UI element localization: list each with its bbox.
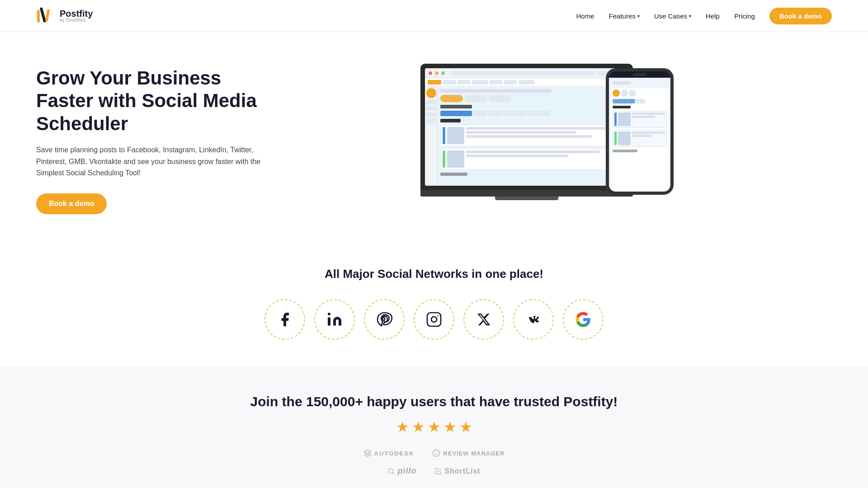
logo-brand: Postfity [60, 9, 93, 18]
star-4: ★ [443, 418, 457, 436]
star-rating: ★ ★ ★ ★ ★ [36, 418, 832, 436]
star-5: ★ [459, 418, 472, 436]
linkedin-icon[interactable] [314, 299, 355, 340]
nav-home[interactable]: Home [576, 12, 594, 20]
hero-image [262, 59, 832, 222]
pinterest-icon[interactable] [364, 299, 405, 340]
use-cases-chevron-icon: ▾ [689, 14, 691, 19]
hero-book-demo-button[interactable]: Book a demo [36, 193, 107, 214]
svg-rect-5 [427, 313, 441, 326]
trust-logos-row2: pillo ShortList [36, 466, 832, 476]
trust-logos-row1: AUTODESK REVIEW MANAGER [36, 449, 832, 457]
nav-book-demo-button[interactable]: Book a demo [769, 8, 832, 24]
svg-rect-0 [37, 10, 40, 23]
features-chevron-icon: ▾ [637, 14, 640, 19]
nav-help[interactable]: Help [706, 12, 720, 20]
navbar: Postfity by Simplified Home Features ▾ U… [0, 0, 868, 32]
svg-point-8 [433, 450, 440, 457]
trust-title: Join the 150,000+ happy users that have … [36, 394, 832, 409]
logo[interactable]: Postfity by Simplified [36, 6, 93, 25]
social-icons-list [36, 299, 832, 340]
star-2: ★ [412, 418, 425, 436]
pillo-logo: pillo [387, 466, 416, 476]
svg-marker-7 [364, 450, 371, 454]
trust-section: Join the 150,000+ happy users that have … [0, 367, 868, 488]
nav-pricing[interactable]: Pricing [734, 12, 755, 20]
nav-use-cases[interactable]: Use Cases ▾ [654, 12, 691, 20]
star-1: ★ [396, 418, 409, 436]
hero-section: Grow Your Business Faster with Social Me… [0, 32, 868, 240]
autodesk-logo: AUTODESK [363, 449, 415, 457]
hero-content: Grow Your Business Faster with Social Me… [36, 67, 262, 214]
nav-links: Home Features ▾ Use Cases ▾ Help Pricing… [576, 8, 832, 24]
social-section-title: All Major Social Networks in one place! [36, 267, 832, 281]
instagram-icon[interactable] [414, 299, 454, 340]
logo-sub: by Simplified [60, 18, 93, 23]
vk-icon[interactable] [513, 299, 554, 340]
svg-line-12 [392, 473, 394, 474]
star-3: ★ [428, 418, 441, 436]
svg-rect-2 [45, 9, 50, 22]
shortlist-logo: ShortList [434, 466, 480, 476]
svg-point-11 [388, 469, 393, 474]
twitter-x-icon[interactable] [463, 299, 504, 340]
hero-description: Save time planning posts to Facebook, In… [36, 144, 262, 179]
svg-point-4 [328, 313, 330, 315]
facebook-icon[interactable] [264, 299, 305, 340]
nav-features[interactable]: Features ▾ [609, 12, 640, 20]
svg-rect-3 [328, 318, 330, 326]
social-section: All Major Social Networks in one place! [0, 240, 868, 367]
review-manager-logo: REVIEW MANAGER [432, 449, 505, 457]
hero-title: Grow Your Business Faster with Social Me… [36, 67, 262, 135]
google-icon[interactable] [563, 299, 604, 340]
